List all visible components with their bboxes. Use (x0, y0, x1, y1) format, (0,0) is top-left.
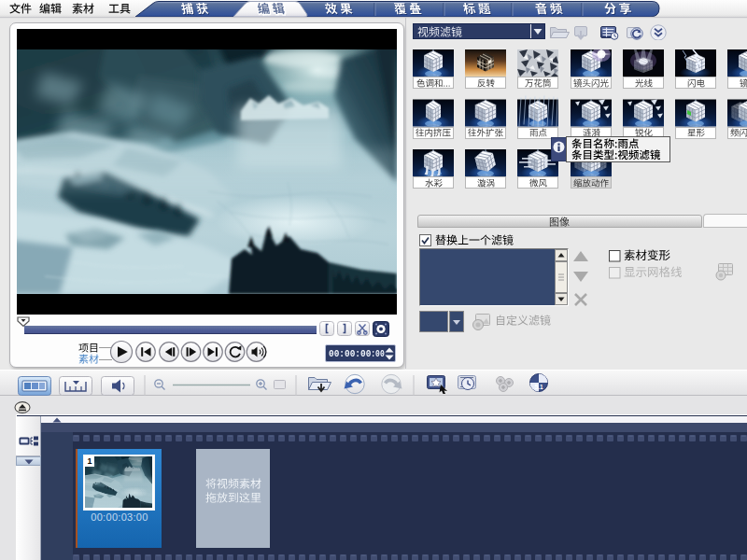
svg-text:5.1: 5.1 (534, 384, 543, 390)
